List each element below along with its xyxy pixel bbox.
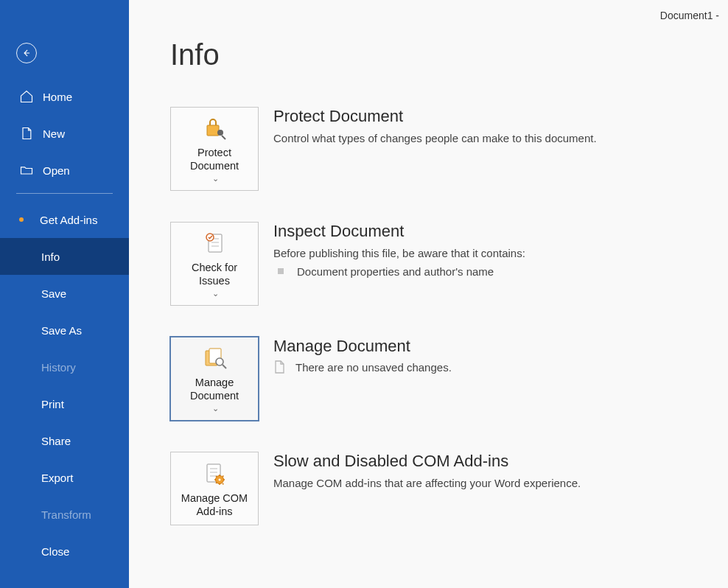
nav-save[interactable]: Save [0, 275, 129, 312]
section-desc: Manage COM add-ins that are affecting yo… [273, 475, 728, 492]
section-manage: Manage Document ⌄ Manage Document There … [170, 337, 728, 421]
section-title: Inspect Document [273, 222, 728, 241]
documents-search-icon [200, 345, 229, 371]
section-desc: Control what types of changes people can… [273, 130, 728, 147]
chevron-down-icon: ⌄ [212, 404, 219, 414]
tile-label: Check for Issues [175, 261, 253, 287]
nav-label: Home [43, 91, 72, 103]
section-title: Slow and Disabled COM Add-ins [273, 452, 728, 471]
chevron-down-icon: ⌄ [212, 289, 219, 299]
bullet-icon [19, 217, 24, 222]
nav-close[interactable]: Close [0, 533, 129, 570]
nav-home[interactable]: Home [0, 78, 129, 115]
protect-document-tile[interactable]: Protect Document ⌄ [170, 107, 259, 191]
nav-export[interactable]: Export [0, 459, 129, 496]
checklist-gear-icon [200, 461, 229, 487]
back-arrow-icon [21, 48, 32, 58]
section-inspect: Check for Issues ⌄ Inspect Document Befo… [170, 222, 728, 306]
section-desc: Before publishing this file, be aware th… [273, 245, 728, 262]
nav-info[interactable]: Info [0, 238, 129, 275]
nav-share[interactable]: Share [0, 422, 129, 459]
nav-open[interactable]: Open [0, 152, 129, 189]
nav-label: Info [41, 251, 60, 263]
nav-divider [16, 193, 113, 194]
status-text: There are no unsaved changes. [295, 361, 452, 374]
section-protect: Protect Document ⌄ Protect Document Cont… [170, 107, 728, 191]
svg-point-1 [217, 130, 223, 136]
tile-label: Manage COM Add-ins [175, 491, 253, 518]
nav-label: Print [41, 398, 64, 410]
nav-label: History [41, 361, 76, 374]
nav-print[interactable]: Print [0, 385, 129, 422]
nav-transform: Transform [0, 496, 129, 533]
nav-label: Share [41, 435, 71, 447]
nav-save-as[interactable]: Save As [0, 312, 129, 349]
nav-label: Export [41, 472, 73, 484]
svg-point-9 [219, 478, 221, 480]
window-title: Document1 - [660, 10, 719, 21]
lock-shield-icon [200, 115, 229, 141]
check-for-issues-tile[interactable]: Check for Issues ⌄ [170, 222, 259, 306]
content-area: Document1 - Info Protect Document ⌄ Prot… [129, 0, 728, 588]
tile-label: Protect Document [175, 146, 253, 172]
tile-label: Manage Document [175, 376, 253, 402]
back-button[interactable] [16, 43, 37, 63]
chevron-down-icon: ⌄ [212, 174, 219, 184]
section-com-addins: Manage COM Add-ins Slow and Disabled COM… [170, 452, 728, 525]
nav-label: Save [41, 287, 66, 300]
nav-label: Open [43, 164, 70, 177]
nav-label: Save As [41, 324, 82, 337]
manage-status-line: There are no unsaved changes. [273, 360, 728, 374]
issue-item: Document properties and author's name [273, 265, 728, 278]
nav-label: Close [41, 545, 69, 558]
folder-open-icon [19, 163, 34, 178]
nav-history: History [0, 349, 129, 385]
nav-label: Transform [41, 508, 91, 521]
nav-new[interactable]: New [0, 115, 129, 152]
nav-primary-group: Home New Open [0, 78, 129, 189]
svg-rect-0 [207, 125, 219, 136]
svg-point-6 [216, 358, 223, 365]
checklist-icon [200, 230, 229, 256]
nav-secondary-group: Info Save Save As History Print Share Ex… [0, 238, 129, 570]
issue-list: Document properties and author's name [273, 265, 728, 278]
backstage-sidebar: Home New Open Get Add-ins Info Save Save… [0, 0, 129, 588]
home-icon [19, 89, 34, 104]
section-title: Manage Document [273, 337, 728, 356]
document-icon [19, 126, 34, 141]
page-title: Info [170, 38, 728, 71]
nav-get-addins[interactable]: Get Add-ins [0, 201, 129, 238]
section-title: Protect Document [273, 107, 728, 126]
nav-label: New [43, 127, 65, 140]
document-outline-icon [273, 360, 285, 374]
nav-label: Get Add-ins [40, 214, 97, 226]
manage-document-tile[interactable]: Manage Document ⌄ [170, 337, 259, 421]
manage-com-addins-tile[interactable]: Manage COM Add-ins [170, 452, 259, 525]
